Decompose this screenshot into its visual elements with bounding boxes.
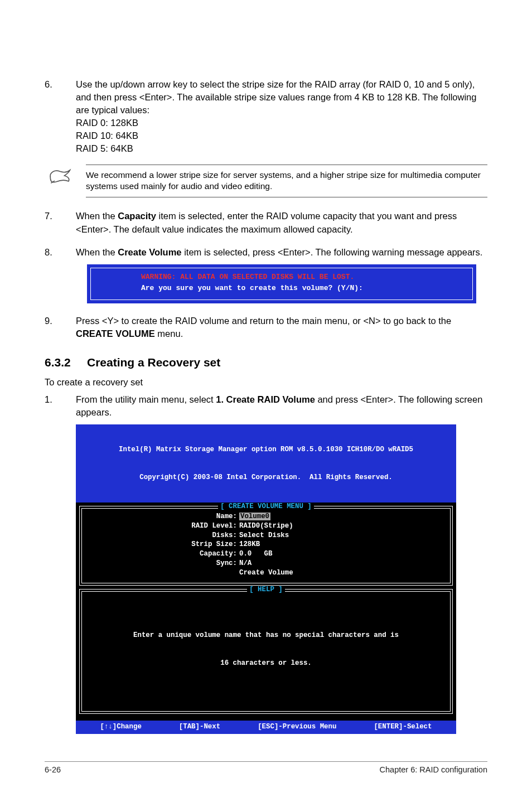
disks-value: Select Disks xyxy=(239,531,373,540)
name-value-hl: Volume0 xyxy=(239,513,270,520)
menu-row-capacity: Capacity: 0.0 GB xyxy=(86,549,446,559)
step-8: When the Create Volume item is selected,… xyxy=(45,246,487,303)
create-volume-panel: [ CREATE VOLUME MENU ] Name: Volume0 RAI… xyxy=(79,506,453,586)
warning-line-2: Are you sure you want to create this vol… xyxy=(141,283,467,294)
sync-value: N/A xyxy=(239,559,373,568)
step-7: When the Capacity item is selected, ente… xyxy=(45,210,487,235)
footer-key-next: [TAB]-Next xyxy=(179,722,220,732)
section-number: 6.3.2 xyxy=(45,356,87,369)
disks-label: Disks: xyxy=(159,531,239,540)
menu-row-create: Create Volume xyxy=(86,568,446,578)
help-line2: 16 characters or less. xyxy=(86,659,446,668)
step-9-post: menu. xyxy=(155,328,183,339)
step-8-pre: When the xyxy=(76,247,118,257)
page-number: 6-26 xyxy=(45,765,61,774)
help-text: Enter a unique volume name that has no s… xyxy=(86,595,446,706)
step-list-continued: When the Capacity item is selected, ente… xyxy=(45,210,487,340)
step2-1: From the utility main menu, select 1. Cr… xyxy=(45,393,487,419)
raid-value: RAID0(Stripe) xyxy=(239,521,373,531)
bios-body: [ CREATE VOLUME MENU ] Name: Volume0 RAI… xyxy=(76,503,456,721)
capacity-value: 0.0 GB xyxy=(239,549,373,559)
page-footer: 6-26 Chapter 6: RAID configuration xyxy=(45,761,487,774)
create-label xyxy=(159,568,239,578)
name-label: Name: xyxy=(159,512,239,521)
create-volume-title: [ CREATE VOLUME MENU ] xyxy=(218,503,314,510)
step-9-pre: Press <Y> to create the RAID volume and … xyxy=(76,316,451,326)
note-block: We recommend a lower stripe size for ser… xyxy=(45,165,487,198)
step-6-line2: RAID 10: 64KB xyxy=(76,129,487,142)
raid-label: RAID Level: xyxy=(159,521,239,531)
step-list-2: From the utility main menu, select 1. Cr… xyxy=(45,393,487,419)
warning-line-1: WARNING: ALL DATA ON SELECTED DISKS WILL… xyxy=(141,272,467,283)
warning-inner: WARNING: ALL DATA ON SELECTED DISKS WILL… xyxy=(90,268,473,300)
intro-line: To create a recovery set xyxy=(45,377,487,388)
note-icon xyxy=(45,165,76,185)
help-line1: Enter a unique volume name that has no s… xyxy=(86,631,446,640)
bios-header-line1: Intel(R) Matrix Storage Manager option R… xyxy=(79,445,453,455)
section-heading: 6.3.2Creating a Recovery set xyxy=(45,356,487,369)
step-6-line3: RAID 5: 64KB xyxy=(76,142,487,155)
step-list: Use the up/down arrow key to select the … xyxy=(45,78,487,156)
step-7-bold: Capacity xyxy=(118,211,156,221)
strip-label: Strip Size: xyxy=(159,540,239,549)
name-value: Volume0 xyxy=(239,512,373,521)
chapter-label: Chapter 6: RAID configuration xyxy=(380,765,487,774)
step-8-post: item is selected, press <Enter>. The fol… xyxy=(182,247,483,257)
step2-1-pre: From the utility main menu, select xyxy=(76,394,216,404)
strip-value: 128KB xyxy=(239,540,373,549)
menu-row-raid: RAID Level: RAID0(Stripe) xyxy=(86,521,446,531)
capacity-label: Capacity: xyxy=(159,549,239,559)
create-value: Create Volume xyxy=(239,568,373,578)
document-page: Use the up/down arrow key to select the … xyxy=(0,0,532,802)
step-9: Press <Y> to create the RAID volume and … xyxy=(45,315,487,340)
help-title: [ HELP ] xyxy=(247,586,285,593)
step2-1-bold: 1. Create RAID Volume xyxy=(216,394,315,404)
bios-footer: [↑↓]Change [TAB]-Next [ESC]-Previous Men… xyxy=(76,721,456,734)
menu-row-disks: Disks: Select Disks xyxy=(86,531,446,540)
note-text: We recommend a lower stripe size for ser… xyxy=(86,165,487,198)
step-9-bold: CREATE VOLUME xyxy=(76,328,155,339)
section-title: Creating a Recovery set xyxy=(87,356,220,369)
menu-row-strip: Strip Size: 128KB xyxy=(86,540,446,549)
step-7-pre: When the xyxy=(76,211,118,221)
footer-key-select: [ENTER]-Select xyxy=(374,722,432,732)
bios-header-line2: Copyright(C) 2003-08 Intel Corporation. … xyxy=(79,473,453,482)
bios-screenshot: Intel(R) Matrix Storage Manager option R… xyxy=(76,424,456,734)
bios-header: Intel(R) Matrix Storage Manager option R… xyxy=(76,424,456,503)
sync-label: Sync: xyxy=(159,559,239,568)
menu-row-name: Name: Volume0 xyxy=(86,512,446,521)
help-panel: [ HELP ] Enter a unique volume name that… xyxy=(79,589,453,714)
step-6: Use the up/down arrow key to select the … xyxy=(45,78,487,156)
warning-dialog: WARNING: ALL DATA ON SELECTED DISKS WILL… xyxy=(87,264,476,303)
footer-key-change: [↑↓]Change xyxy=(100,722,141,732)
menu-row-sync: Sync: N/A xyxy=(86,559,446,568)
step-6-line1: RAID 0: 128KB xyxy=(76,117,487,129)
step-6-text: Use the up/down arrow key to select the … xyxy=(76,79,476,115)
footer-key-prev: [ESC]-Previous Menu xyxy=(258,722,336,732)
step-8-bold: Create Volume xyxy=(118,247,181,257)
